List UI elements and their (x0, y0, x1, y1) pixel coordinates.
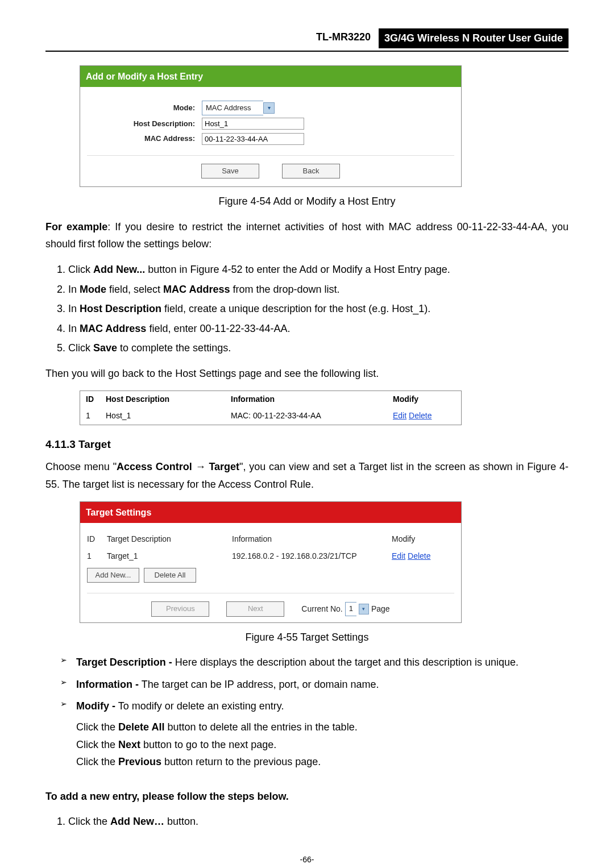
b1r: Here displays the description about the … (172, 657, 518, 668)
chevron-down-icon[interactable]: ▾ (359, 604, 369, 614)
step4: In MAC Address field, enter 00-11-22-33-… (68, 320, 569, 338)
target-bullets: Target Description - Here displays the d… (45, 654, 569, 771)
mode-select-value: MAC Address (202, 101, 263, 115)
host-list-table: ID Host Description Information Modify 1… (80, 391, 462, 426)
ts-th-info: Information (232, 533, 392, 546)
td-desc: Host_1 (106, 409, 231, 423)
section-4-11-3-heading: 4.11.3 Target (45, 435, 569, 454)
ti-a: Choose menu " (45, 461, 117, 472)
b3r: To modify or delete an existing entry. (115, 700, 284, 712)
b2t: Information - (76, 679, 139, 690)
currentno-value[interactable]: 1 (345, 602, 356, 616)
th-desc: Host Description (106, 393, 231, 406)
previous-button[interactable]: Previous (151, 601, 209, 616)
page-label: Page (371, 603, 390, 616)
bullet-information: Information - The target can be IP addre… (60, 676, 569, 693)
s4a: In (68, 323, 80, 334)
bullet-modify: Modify - To modify or delete an existing… (60, 697, 569, 770)
s5c: to complete the settings. (117, 342, 231, 354)
add-target-step1: Click the Add New… button. (68, 813, 569, 830)
fig54-title: Add or Modify a Host Entry (80, 66, 461, 87)
ml2c: button to go to the next page. (140, 739, 276, 750)
s2b: Mode (80, 284, 106, 295)
delete-link[interactable]: Delete (409, 411, 432, 420)
s3c: field, create a unique description for t… (161, 303, 430, 314)
at1a: Click the (68, 816, 110, 827)
modify-line1: Click the Delete All button to delete al… (76, 719, 569, 736)
add-entry-heading: To add a new entry, please follow the st… (45, 788, 569, 805)
edit-link[interactable]: Edit (393, 411, 406, 420)
chevron-down-icon[interactable]: ▾ (263, 102, 275, 114)
ts-td-info: 192.168.0.2 - 192.168.0.23/21/TCP (232, 550, 392, 563)
ts-edit-link[interactable]: Edit (392, 551, 405, 560)
ml2b: Next (118, 739, 140, 750)
mode-label: Mode: (87, 102, 202, 114)
at1c: button. (164, 816, 198, 827)
ml3c: button return to the previous page. (161, 756, 321, 767)
b2r: The target can be IP address, port, or d… (139, 679, 379, 690)
mode-select[interactable]: MAC Address ▾ (202, 101, 275, 115)
step2: In Mode field, select MAC Address from t… (68, 281, 569, 298)
page-number-control: Current No. 1 ▾ Page (301, 602, 389, 616)
fig55-caption: Figure 4-55 Target Settings (45, 629, 569, 646)
host-desc-input[interactable] (202, 118, 304, 130)
header-model: TL-MR3220 (316, 28, 379, 48)
figure-4-55-panel: Target Settings ID Target Description In… (80, 501, 462, 623)
s4b: MAC Address (80, 323, 146, 334)
para-target-intro: Choose menu "Access Control → Target", y… (45, 458, 569, 493)
fig54-caption: Figure 4-54 Add or Modify a Host Entry (45, 193, 569, 210)
ts-th-id: ID (87, 533, 107, 546)
next-button[interactable]: Next (226, 601, 284, 616)
s1c: button in Figure 4-52 to enter the Add o… (145, 264, 450, 275)
s5a: Click (68, 342, 93, 354)
ti-b: Access Control → Target (117, 461, 239, 472)
modify-line3: Click the Previous button return to the … (76, 753, 569, 771)
figure-4-54-panel: Add or Modify a Host Entry Mode: MAC Add… (80, 65, 462, 188)
s2a: In (68, 284, 80, 295)
page-header: TL-MR3220 3G/4G Wireless N Router User G… (45, 28, 569, 52)
add-new-button[interactable]: Add New... (87, 568, 139, 583)
s2d: MAC Address (163, 284, 230, 295)
th-mod: Modify (393, 393, 455, 406)
fig55-title: Target Settings (80, 502, 461, 523)
mac-input[interactable] (202, 133, 304, 145)
step5: Click Save to complete the settings. (68, 339, 569, 357)
delete-all-button[interactable]: Delete All (144, 568, 196, 583)
s1a: Click (68, 264, 93, 275)
steps-add-host: Click Add New... button in Figure 4-52 t… (45, 261, 569, 357)
step1: Click Add New... button in Figure 4-52 t… (68, 261, 569, 279)
for-example-rest: : If you desire to restrict the internet… (45, 221, 569, 250)
ml1b: Delete All (118, 721, 164, 733)
step3: In Host Description field, create a uniq… (68, 300, 569, 318)
currentno-label: Current No. (301, 603, 342, 616)
ml1a: Click the (76, 721, 118, 733)
s1b: Add New... (93, 264, 145, 275)
add-entry-heading-text: To add a new entry, please follow the st… (45, 791, 289, 802)
ts-th-mod: Modify (392, 533, 454, 546)
s3b: Host Description (80, 303, 161, 314)
s3a: In (68, 303, 80, 314)
at1b: Add New… (110, 816, 164, 827)
b3t: Modify - (76, 700, 115, 712)
modify-line2: Click the Next button to go to the next … (76, 736, 569, 754)
b1t: Target Description - (76, 657, 172, 668)
para-for-example: For example: If you desire to restrict t… (45, 218, 569, 253)
steps-add-target: Click the Add New… button. (45, 813, 569, 830)
header-title: 3G/4G Wireless N Router User Guide (379, 28, 569, 48)
save-button[interactable]: Save (201, 164, 259, 178)
bullet-target-description: Target Description - Here displays the d… (60, 654, 569, 671)
ts-td-desc: Target_1 (107, 550, 232, 563)
ts-delete-link[interactable]: Delete (408, 551, 430, 560)
page-number: -66- (45, 853, 569, 867)
ts-td-id: 1 (87, 550, 107, 563)
ml1c: button to delete all the entries in the … (164, 721, 357, 733)
para-then: Then you will go back to the Host Settin… (45, 365, 569, 383)
ml3b: Previous (118, 756, 161, 767)
mac-label: MAC Address: (87, 132, 202, 145)
host-desc-label: Host Description: (87, 118, 202, 130)
for-example-bold: For example (45, 221, 107, 232)
back-button[interactable]: Back (282, 164, 340, 178)
ml3a: Click the (76, 756, 118, 767)
th-id: ID (86, 393, 106, 406)
td-id: 1 (86, 409, 106, 423)
